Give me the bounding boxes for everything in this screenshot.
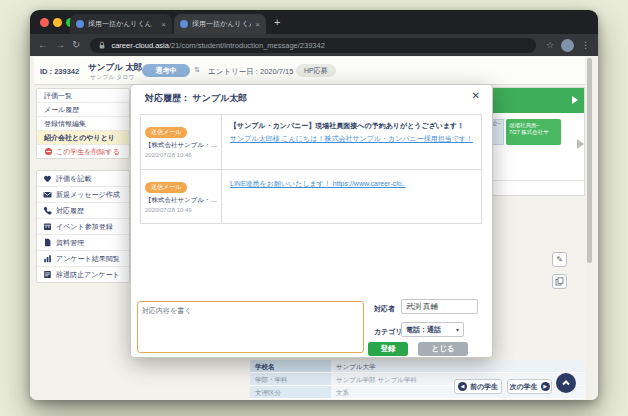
staff-label: 対応者 <box>374 304 395 314</box>
staff-input[interactable] <box>401 299 478 314</box>
table-value-school: サンプル大学 <box>331 360 585 373</box>
tab-close-icon[interactable]: × <box>255 20 260 29</box>
sidebar-item-documents[interactable]: 資料管理 <box>37 235 129 251</box>
message-link[interactable]: LINE連携をお願いいたします！ https://www.career-clo.… <box>230 179 473 189</box>
chart-icon <box>43 254 52 263</box>
next-student-button[interactable]: 次の学生 ▶ <box>507 379 552 394</box>
browser-window: 採用一括かんりくん × 採用一括かんりくん × + ← → ↻ career-c… <box>30 10 598 400</box>
browser-tab-2[interactable]: 採用一括かんりくん × <box>174 14 266 34</box>
source-badge: HP応募 <box>296 64 336 77</box>
profile-avatar[interactable] <box>561 39 574 52</box>
page-content: ID : 239342 サンプル 太郎 サンプル タロウ 選考中 ⇅ エントリー… <box>30 56 598 400</box>
message-type-badge: 送信メール <box>145 182 187 193</box>
bookmark-star-icon[interactable]: ☆ <box>546 40 554 50</box>
prev-student-button[interactable]: ◀ 前の学生 <box>454 379 502 394</box>
sidebar-item-survey-results[interactable]: アンケート結果閲覧 <box>37 251 129 267</box>
response-content-textarea[interactable] <box>137 301 364 353</box>
entry-date: エントリー日 : 2020/7/15 <box>208 67 293 77</box>
modal-title: 対応履歴： サンプル太郎 <box>145 92 247 105</box>
message-body: LINE連携をお願いいたします！ https://www.career-clo.… <box>222 170 481 224</box>
prev-arrow-icon: ◀ <box>458 382 467 391</box>
sidebar-item-response-history[interactable]: 対応履歴 <box>37 203 129 219</box>
modal-close-icon[interactable]: ✕ <box>472 90 480 101</box>
message-row[interactable]: 送信メール 【株式会社サンプル・… 2020/07/28 10:49 LINE連… <box>141 170 481 224</box>
document-icon <box>43 238 52 247</box>
minimize-window-button[interactable] <box>53 18 62 27</box>
page-scrollbar-thumb[interactable] <box>587 58 592 263</box>
category-label: カテゴリ <box>374 327 403 337</box>
close-button[interactable]: とじる <box>418 342 468 356</box>
message-meta: 送信メール 【株式会社サンプル・… 2020/07/28 10:49 <box>141 170 222 224</box>
schedule-card-line2: 7/27 株式会社サ <box>509 129 558 136</box>
copy-button[interactable] <box>552 274 567 289</box>
reload-icon[interactable]: ↻ <box>72 40 80 50</box>
message-list: 送信メール 【株式会社サンプル・… 2020/07/28 10:46 【サンプル… <box>140 114 482 224</box>
sidebar-label: イベント参加登録 <box>56 222 113 232</box>
message-row[interactable]: 送信メール 【株式会社サンプル・… 2020/07/28 10:46 【サンプル… <box>141 115 481 170</box>
student-id: ID : 239342 <box>40 67 79 76</box>
screenshot-stage: 採用一括かんりくん × 採用一括かんりくん × + ← → ↻ career-c… <box>0 0 628 416</box>
copy-icon <box>555 277 564 286</box>
sidebar-item-edit-info[interactable]: 登録情報編集 <box>37 117 129 131</box>
message-datetime: 2020/07/28 10:46 <box>145 152 217 158</box>
schedule-card-green[interactable]: 現場社員面– 7/27 株式会社サ <box>506 119 561 145</box>
prev-student-label: 前の学生 <box>470 382 498 392</box>
sidebar-label: 資料管理 <box>56 238 84 248</box>
scroll-to-top-button[interactable] <box>556 373 576 393</box>
next-student-label: 次の学生 <box>509 382 537 392</box>
close-window-button[interactable] <box>40 18 49 27</box>
sidebar-label: 辞退防止アンケート <box>56 270 120 280</box>
address-bar[interactable]: career-cloud.asia/21/com/student/introdu… <box>90 38 536 53</box>
sidebar-item-write-evaluation[interactable]: 評価を記載 <box>37 171 129 187</box>
url-text: career-cloud.asia/21/com/student/introdu… <box>111 41 324 50</box>
play-arrow-icon <box>572 96 578 104</box>
delete-student-label: この学生を削除する <box>56 145 120 158</box>
back-icon[interactable]: ← <box>38 40 48 50</box>
chevron-down-icon: ▾ <box>456 326 459 333</box>
message-body: 【サンプル・カンパニー】現場社員面接への予約ありがとうございます！ サンプル太郎… <box>222 115 481 169</box>
sidebar-label: 対応履歴 <box>56 206 84 216</box>
pencil-icon: ✎ <box>556 256 563 264</box>
sidebar-item-new-message[interactable]: 新規メッセージ作成 <box>37 187 129 203</box>
tab-favicon <box>76 20 84 28</box>
browser-menu-icon[interactable]: ⋮ <box>581 40 590 50</box>
edit-button[interactable]: ✎ <box>552 252 567 267</box>
message-datetime: 2020/07/28 10:49 <box>145 207 217 213</box>
sidebar-item-event-registration[interactable]: イベント参加登録 <box>37 219 129 235</box>
message-from: 【株式会社サンプル・… <box>145 141 217 150</box>
sidebar-label: アンケート結果閲覧 <box>56 254 120 264</box>
category-select[interactable]: 電話：通話 ▾ <box>401 322 464 337</box>
sidebar-group-1: 評価一覧 メール履歴 登録情報編集 紹介会社とのやりとり この学生を削除する <box>36 88 130 159</box>
sidebar-label: 新規メッセージ作成 <box>56 190 120 200</box>
sidebar-item-evaluations[interactable]: 評価一覧 <box>37 89 129 103</box>
tab-close-icon[interactable]: × <box>161 20 166 29</box>
sidebar-item-mail-history[interactable]: メール履歴 <box>37 103 129 117</box>
browser-tab-bar: 採用一括かんりくん × 採用一括かんりくん × + <box>30 10 598 34</box>
clipboard-icon <box>43 270 52 279</box>
new-tab-button[interactable]: + <box>274 14 280 30</box>
category-value: 電話：通話 <box>406 325 441 335</box>
sidebar-item-withdrawal-survey[interactable]: 辞退防止アンケート <box>37 267 129 282</box>
message-meta: 送信メール 【株式会社サンプル・… 2020/07/28 10:46 <box>141 115 222 169</box>
sidebar-item-agency-exchange[interactable]: 紹介会社とのやりとり <box>37 131 129 145</box>
calendar-icon <box>43 222 52 231</box>
forward-icon[interactable]: → <box>55 40 65 50</box>
mail-icon <box>43 190 52 199</box>
browser-tab-1[interactable]: 採用一括かんりくん × <box>70 14 172 34</box>
status-toggle-icon[interactable]: ⇅ <box>194 66 200 74</box>
status-badge[interactable]: 選考中 <box>142 64 190 77</box>
sidebar-group-2: 評価を記載 新規メッセージ作成 対応履歴 <box>36 170 130 283</box>
sidebar-item-delete-student[interactable]: この学生を削除する <box>37 145 129 158</box>
chevron-up-icon <box>560 377 572 389</box>
register-button[interactable]: 登録 <box>368 342 408 356</box>
message-from: 【株式会社サンプル・… <box>145 196 217 205</box>
carousel-next-icon[interactable] <box>577 139 584 149</box>
message-type-badge: 送信メール <box>145 127 187 138</box>
heart-icon <box>43 174 52 183</box>
browser-toolbar: ← → ↻ career-cloud.asia/21/com/student/i… <box>30 34 598 56</box>
table-label-school: 学校名 <box>250 360 331 373</box>
phone-icon <box>43 206 52 215</box>
student-furigana: サンプル タロウ <box>90 73 135 82</box>
prohibit-icon <box>44 147 53 156</box>
message-link[interactable]: サンプル太郎様 こんにちは！株式会社サンプル・カンパニー採用担当です！ この度.… <box>230 134 473 144</box>
